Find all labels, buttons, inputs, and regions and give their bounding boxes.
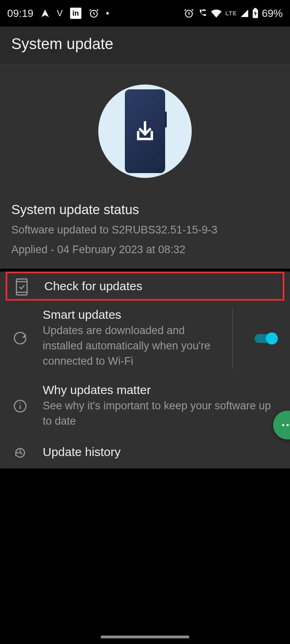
alarm-icon xyxy=(184,8,194,19)
alarm-icon xyxy=(89,8,99,19)
wifi-calling-icon xyxy=(197,8,208,19)
history-icon xyxy=(11,446,29,460)
status-time: 09:19 xyxy=(7,7,33,20)
svg-rect-3 xyxy=(254,8,257,9)
send-icon xyxy=(41,9,50,18)
why-updates-title: Why updates matter xyxy=(43,383,279,397)
why-updates-desc: See why it's important to keep your soft… xyxy=(43,398,279,429)
update-history-item[interactable]: Update history xyxy=(0,437,290,469)
smart-updates-item[interactable]: Smart updates Updates are downloaded and… xyxy=(0,304,290,375)
battery-charging-icon xyxy=(252,8,259,19)
smart-updates-desc: Updates are downloaded and installed aut… xyxy=(43,323,223,369)
wifi-icon xyxy=(211,9,222,18)
linkedin-icon: in xyxy=(70,8,81,19)
info-icon xyxy=(11,399,29,413)
phone-check-icon xyxy=(13,278,31,296)
smart-updates-title: Smart updates xyxy=(43,308,223,322)
phone-illustration xyxy=(125,89,165,173)
software-version: Software updated to S2RUBS32.51-15-9-3 xyxy=(11,223,279,237)
check-updates-item[interactable]: Check for updates xyxy=(6,272,284,301)
letter-v-icon: V xyxy=(57,8,63,19)
smart-updates-toggle[interactable] xyxy=(255,331,279,346)
applied-date: Applied - 04 February 2023 at 08:32 xyxy=(11,244,279,256)
more-notifications-dot xyxy=(106,12,109,14)
lte-label: LTE xyxy=(226,10,237,17)
download-icon xyxy=(133,120,157,143)
update-history-title: Update history xyxy=(43,445,279,459)
refresh-icon xyxy=(11,331,29,346)
signal-icon xyxy=(240,9,249,18)
svg-point-9 xyxy=(20,403,21,404)
screen-header: System update xyxy=(0,27,290,64)
status-bar: 09:19 V in LTE 69% xyxy=(0,0,290,27)
battery-percent: 69% xyxy=(262,7,283,20)
status-section: System update status Software updated to… xyxy=(0,64,290,268)
nav-handle[interactable] xyxy=(101,636,189,638)
check-updates-label: Check for updates xyxy=(44,279,277,293)
page-title: System update xyxy=(11,35,279,53)
why-updates-item[interactable]: Why updates matter See why it's importan… xyxy=(0,375,290,437)
hero-illustration xyxy=(98,85,192,178)
options-list: Check for updates Smart updates Updates … xyxy=(0,272,290,469)
status-heading: System update status xyxy=(11,202,279,217)
